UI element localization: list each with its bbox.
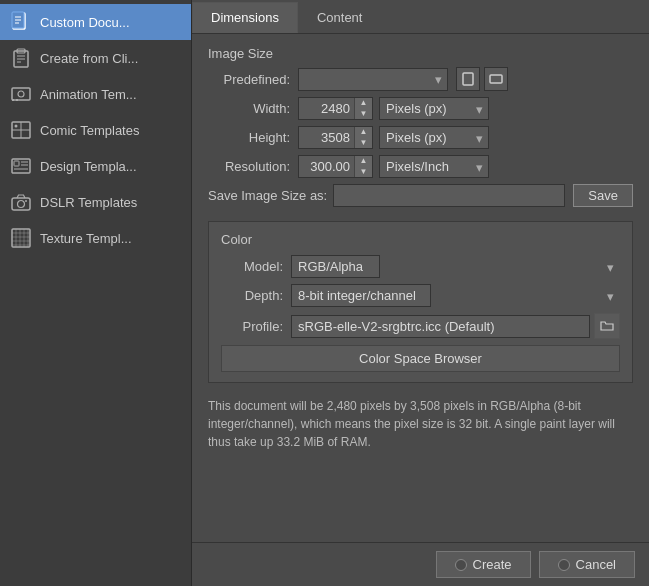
footer: Create Cancel	[192, 542, 649, 586]
save-button[interactable]: Save	[573, 184, 633, 207]
svg-rect-36	[490, 75, 502, 83]
profile-label: Profile:	[221, 319, 291, 334]
resolution-row: Resolution: ▲ ▼ Pixels/Inch Pixels/cm	[208, 155, 633, 178]
sidebar-item-dslr-templates[interactable]: DSLR Templates	[0, 184, 191, 220]
height-spinners: ▲ ▼	[354, 127, 372, 148]
sidebar-item-label-animation-tem: Animation Tem...	[40, 87, 137, 102]
landscape-orientation-btn[interactable]	[484, 67, 508, 91]
sidebar-item-label-design-templa: Design Templa...	[40, 159, 137, 174]
sidebar-item-texture-templ[interactable]: Texture Templ...	[0, 220, 191, 256]
sidebar-item-custom-doc[interactable]: Custom Docu...	[0, 4, 191, 40]
svg-rect-23	[12, 198, 30, 210]
depth-select-wrapper: 8-bit integer/channel 16-bit integer/cha…	[291, 284, 620, 307]
clipboard-icon	[10, 47, 32, 69]
width-decrement-btn[interactable]: ▼	[354, 109, 372, 120]
sidebar-item-comic-templates[interactable]: Comic Templates	[0, 112, 191, 148]
svg-point-11	[18, 91, 24, 97]
resolution-unit-wrapper: Pixels/Inch Pixels/cm	[379, 155, 489, 178]
camera-icon	[10, 191, 32, 213]
model-label: Model:	[221, 259, 291, 274]
animation-icon	[10, 83, 32, 105]
tab-content[interactable]: Content	[298, 2, 382, 33]
tabs: Dimensions Content	[192, 0, 649, 34]
document-icon	[10, 11, 32, 33]
sidebar-item-design-templa[interactable]: Design Templa...	[0, 148, 191, 184]
height-label: Height:	[208, 130, 298, 145]
color-section-title: Color	[221, 232, 620, 247]
svg-rect-26	[12, 229, 30, 247]
predefined-label: Predefined:	[208, 72, 298, 87]
sidebar-item-label-dslr-templates: DSLR Templates	[40, 195, 137, 210]
sidebar-item-label-create-from-cli: Create from Cli...	[40, 51, 138, 66]
model-select[interactable]: RGB/Alpha CMYK/Alpha Grayscale	[291, 255, 380, 278]
sidebar-item-label-comic-templates: Comic Templates	[40, 123, 139, 138]
resolution-label: Resolution:	[208, 159, 298, 174]
svg-point-17	[15, 125, 18, 128]
svg-rect-10	[12, 88, 30, 100]
comic-icon	[10, 119, 32, 141]
height-unit-wrapper: Pixels (px) Millimeters (mm) Centimeters…	[379, 126, 489, 149]
main-panel: Dimensions Content Image Size Predefined…	[192, 0, 649, 586]
width-label: Width:	[208, 101, 298, 116]
save-image-size-input[interactable]	[333, 184, 565, 207]
tab-dimensions[interactable]: Dimensions	[192, 2, 298, 33]
image-size-section: Image Size Predefined:	[208, 46, 633, 211]
design-icon	[10, 155, 32, 177]
sidebar-item-label-custom-doc: Custom Docu...	[40, 15, 130, 30]
predefined-row: Predefined:	[208, 67, 633, 91]
profile-row: Profile:	[221, 313, 620, 339]
width-row: Width: ▲ ▼ Pixels (px) Millimeters (mm) …	[208, 97, 633, 120]
predefined-select-wrapper	[298, 68, 448, 91]
cancel-button[interactable]: Cancel	[539, 551, 635, 578]
svg-rect-35	[463, 73, 473, 85]
create-label: Create	[473, 557, 512, 572]
description-text: This document will be 2,480 pixels by 3,…	[208, 393, 633, 455]
cancel-label: Cancel	[576, 557, 616, 572]
resolution-decrement-btn[interactable]: ▼	[354, 167, 372, 178]
texture-icon	[10, 227, 32, 249]
height-unit-select[interactable]: Pixels (px) Millimeters (mm) Centimeters…	[379, 126, 489, 149]
svg-rect-19	[14, 161, 19, 166]
height-row: Height: ▲ ▼ Pixels (px) Millimeters (mm)…	[208, 126, 633, 149]
model-select-wrapper: RGB/Alpha CMYK/Alpha Grayscale	[291, 255, 620, 278]
sidebar: Custom Docu... Create from Cli... Animat…	[0, 0, 192, 586]
svg-point-24	[18, 201, 25, 208]
color-space-browser-button[interactable]: Color Space Browser	[221, 345, 620, 372]
width-spinners: ▲ ▼	[354, 98, 372, 119]
model-row: Model: RGB/Alpha CMYK/Alpha Grayscale	[221, 255, 620, 278]
depth-label: Depth:	[221, 288, 291, 303]
resolution-input-wrapper: ▲ ▼	[298, 155, 373, 178]
profile-folder-btn[interactable]	[594, 313, 620, 339]
height-decrement-btn[interactable]: ▼	[354, 138, 372, 149]
predefined-select[interactable]	[298, 68, 448, 91]
sidebar-item-label-texture-templ: Texture Templ...	[40, 231, 132, 246]
resolution-unit-select[interactable]: Pixels/Inch Pixels/cm	[379, 155, 489, 178]
profile-input[interactable]	[291, 315, 590, 338]
portrait-orientation-btn[interactable]	[456, 67, 480, 91]
save-image-size-label: Save Image Size as:	[208, 188, 327, 203]
height-input-wrapper: ▲ ▼	[298, 126, 373, 149]
width-unit-wrapper: Pixels (px) Millimeters (mm) Centimeters…	[379, 97, 489, 120]
color-section: Color Model: RGB/Alpha CMYK/Alpha Graysc…	[208, 221, 633, 383]
resolution-spinners: ▲ ▼	[354, 156, 372, 177]
width-unit-select[interactable]: Pixels (px) Millimeters (mm) Centimeters…	[379, 97, 489, 120]
cancel-radio-indicator	[558, 559, 570, 571]
width-increment-btn[interactable]: ▲	[354, 98, 372, 109]
width-input-wrapper: ▲ ▼	[298, 97, 373, 120]
sidebar-item-create-from-cli[interactable]: Create from Cli...	[0, 40, 191, 76]
height-increment-btn[interactable]: ▲	[354, 127, 372, 138]
create-button[interactable]: Create	[436, 551, 531, 578]
depth-row: Depth: 8-bit integer/channel 16-bit inte…	[221, 284, 620, 307]
create-radio-indicator	[455, 559, 467, 571]
content-area: Image Size Predefined:	[192, 34, 649, 542]
image-size-title: Image Size	[208, 46, 633, 61]
resolution-increment-btn[interactable]: ▲	[354, 156, 372, 167]
save-image-size-row: Save Image Size as: Save	[208, 184, 633, 207]
svg-point-25	[25, 200, 27, 202]
sidebar-item-animation-tem[interactable]: Animation Tem...	[0, 76, 191, 112]
depth-select[interactable]: 8-bit integer/channel 16-bit integer/cha…	[291, 284, 431, 307]
